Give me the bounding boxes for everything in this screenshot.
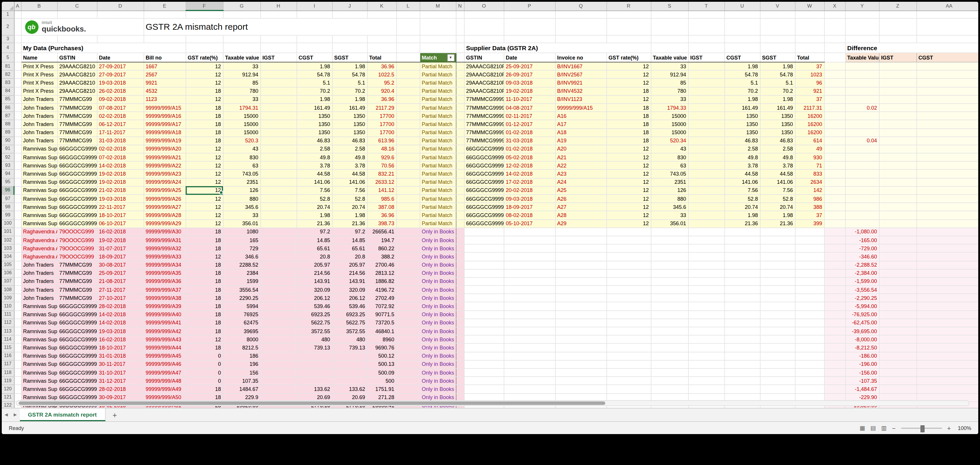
cell[interactable]: 346.6	[223, 252, 260, 261]
diff-cell[interactable]	[845, 79, 879, 87]
cell[interactable]	[651, 302, 688, 310]
cell[interactable]	[260, 195, 296, 203]
diff-cell[interactable]: -186.00	[845, 352, 879, 360]
column-header-E[interactable]: E	[143, 2, 186, 11]
cell[interactable]: 387.08	[367, 203, 396, 211]
cell[interactable]	[504, 35, 555, 43]
cell[interactable]	[824, 53, 845, 62]
cell[interactable]	[260, 35, 296, 43]
cell[interactable]: 99999/999/A38	[143, 294, 186, 302]
cell[interactable]: 44.58	[296, 170, 332, 178]
cell[interactable]: Ramnivas Suppli	[21, 145, 57, 153]
cell[interactable]: A20	[555, 145, 606, 153]
cell[interactable]	[464, 286, 504, 294]
cell[interactable]: 17-02-2018	[504, 178, 555, 186]
cell[interactable]: 99999/999/A36	[143, 278, 186, 286]
cell[interactable]: 18	[186, 310, 223, 319]
cell[interactable]: 12	[606, 186, 651, 195]
cell[interactable]: 66GGGCG9999	[57, 195, 97, 203]
diff-cell[interactable]	[879, 319, 916, 327]
diff-cell[interactable]	[916, 319, 978, 327]
cell[interactable]	[456, 302, 464, 310]
cell[interactable]: 739.13	[296, 344, 332, 352]
cell[interactable]: 29AAACG8210F1ZL	[464, 79, 504, 87]
diff-cell[interactable]	[879, 211, 916, 219]
cell[interactable]: B/INV1667	[555, 62, 606, 70]
cell[interactable]: 3.78	[332, 162, 367, 170]
cell[interactable]	[396, 195, 420, 203]
cell[interactable]: 79OOOCG999	[57, 236, 97, 244]
cell[interactable]: 12-02-2018	[504, 162, 555, 170]
cell[interactable]: 5622.75	[332, 319, 367, 327]
cell[interactable]	[260, 360, 296, 368]
cell[interactable]	[795, 269, 824, 277]
cell[interactable]: 2351	[223, 178, 260, 186]
diff-cell[interactable]: -165.00	[845, 236, 879, 244]
cell[interactable]: 780	[651, 87, 688, 95]
diff-cell[interactable]: -1,599.00	[845, 278, 879, 286]
cell[interactable]: Ramnivas Suppli	[21, 335, 57, 343]
column-header-N[interactable]: N	[456, 2, 464, 11]
cell[interactable]: 9921	[143, 79, 186, 87]
cell[interactable]	[824, 244, 845, 252]
cell[interactable]: 356.01	[223, 219, 260, 227]
cell[interactable]	[606, 252, 651, 261]
cell[interactable]	[606, 261, 651, 269]
cell[interactable]	[260, 145, 296, 153]
diff-cell[interactable]	[916, 385, 978, 393]
cell[interactable]	[260, 228, 296, 236]
cell[interactable]: Ramnivas Suppli	[21, 153, 57, 161]
cell[interactable]	[824, 385, 845, 393]
cell[interactable]	[456, 236, 464, 244]
cell[interactable]: 1350	[724, 112, 760, 120]
match-status-cell[interactable]: Only in Books	[420, 294, 456, 302]
cell[interactable]	[688, 269, 724, 277]
cell[interactable]: 18	[186, 286, 223, 294]
match-status-cell[interactable]: Partial Match	[420, 162, 456, 170]
cell[interactable]	[464, 269, 504, 277]
cell[interactable]: 19-02-2018	[97, 170, 143, 178]
cell[interactable]: 66GGGCG9999Z9ZZ	[464, 203, 504, 211]
cell[interactable]	[456, 352, 464, 360]
cell[interactable]	[260, 120, 296, 129]
cell[interactable]	[260, 310, 296, 319]
row-header-93[interactable]: 93	[2, 162, 14, 170]
cell[interactable]: Ramnivas Suppli	[21, 344, 57, 352]
cell[interactable]: 921	[795, 87, 824, 95]
select-all-button[interactable]	[2, 2, 14, 11]
match-status-cell[interactable]: Partial Match	[420, 203, 456, 211]
cell[interactable]	[824, 310, 845, 319]
row-header-98[interactable]: 98	[2, 203, 14, 211]
cell[interactable]: Ramnivas Suppli	[21, 352, 57, 360]
row-header-114[interactable]: 114	[2, 335, 14, 343]
cell[interactable]: Raghavendra Ag	[21, 236, 57, 244]
cell[interactable]: 18	[606, 103, 651, 112]
cell[interactable]	[57, 11, 97, 18]
cell[interactable]: 11-10-2017	[504, 95, 555, 103]
cell[interactable]: 99999/999/A37	[143, 286, 186, 294]
cell[interactable]: 36.96	[367, 211, 396, 219]
row-header-94[interactable]: 94	[2, 170, 14, 178]
diff-cell[interactable]	[845, 195, 879, 203]
cell[interactable]: 31-07-2017	[97, 244, 143, 252]
cell[interactable]	[14, 344, 21, 352]
cell[interactable]	[456, 145, 464, 153]
cell[interactable]	[464, 368, 504, 377]
cell[interactable]: 1.98	[724, 95, 760, 103]
cell[interactable]: 28-02-2018	[97, 385, 143, 393]
cell[interactable]	[296, 377, 332, 385]
cell[interactable]	[824, 79, 845, 87]
cell[interactable]: 18-09-2017	[504, 203, 555, 211]
cell[interactable]	[456, 344, 464, 352]
diff-cell[interactable]	[916, 310, 978, 319]
cell[interactable]: 54.78	[332, 70, 367, 78]
cell[interactable]: 14.85	[332, 236, 367, 244]
cell[interactable]	[824, 178, 845, 186]
cell[interactable]: 99999/999/A22	[143, 162, 186, 170]
cell[interactable]: 500.12	[367, 352, 396, 360]
cell[interactable]	[396, 228, 420, 236]
cell[interactable]: 33	[651, 95, 688, 103]
cell[interactable]	[504, 236, 555, 244]
cell[interactable]: 1350	[724, 120, 760, 129]
diff-cell[interactable]	[916, 261, 978, 269]
